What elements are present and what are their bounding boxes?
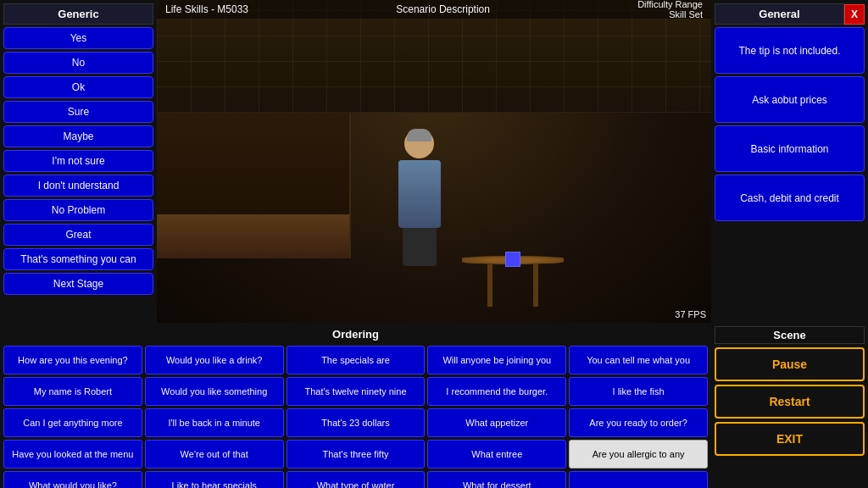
order-btn-21[interactable]: Like to hear specials (145, 471, 284, 488)
order-btn-14[interactable]: Are you ready to order? (569, 408, 708, 437)
sidebar-btn-yes[interactable]: Yes (3, 27, 153, 49)
sidebar-btn-great[interactable]: Great (3, 224, 153, 246)
order-btn-18[interactable]: What entree (427, 440, 566, 469)
order-btn-16[interactable]: We're out of that (145, 440, 284, 469)
right-btn-basic-information[interactable]: Basic information (715, 125, 865, 172)
ordering-panel: Ordering How are you this evening?Would … (0, 323, 711, 488)
right-btn-ask-aobut-prices[interactable]: Ask aobut prices (715, 76, 865, 123)
order-btn-23[interactable]: What for dessert (427, 471, 566, 488)
order-btn-22[interactable]: What type of water (287, 471, 426, 488)
ordering-title: Ordering (3, 326, 708, 342)
order-btn-0[interactable]: How are you this evening? (3, 346, 142, 374)
sidebar-btn-i-m-not-sure[interactable]: I'm not sure (3, 150, 153, 172)
sidebar-btn-no-problem[interactable]: No Problem (3, 199, 153, 221)
order-btn-3[interactable]: Will anyone be joining you (427, 346, 566, 374)
right-btn-the-tip-is-not-included-[interactable]: The tip is not included. (715, 27, 865, 74)
ordering-grid: How are you this evening?Would you like … (3, 346, 708, 488)
scene-panel: Scene Pause Restart EXIT (711, 323, 868, 488)
difficulty-range-label: Difficulty RangeSkill Set (637, 0, 703, 19)
scene-title: Scene (715, 326, 865, 344)
close-button[interactable]: X (844, 4, 865, 25)
sidebar-btn-maybe[interactable]: Maybe (3, 125, 153, 147)
order-btn-5[interactable]: My name is Robert (3, 377, 142, 406)
scene-viewport: Life Skills - M5033 Scenario Description… (157, 0, 711, 323)
life-skills-label: Life Skills - M5033 (165, 3, 248, 15)
sidebar-btn-that-s-something-you-can[interactable]: That's something you can (3, 248, 153, 270)
order-btn-10[interactable]: Can I get anything more (3, 408, 142, 437)
generic-title: Generic (3, 3, 153, 25)
sidebar-btn-ok[interactable]: Ok (3, 76, 153, 98)
order-btn-24 (569, 471, 708, 488)
pause-button[interactable]: Pause (715, 347, 865, 381)
restart-button[interactable]: Restart (715, 385, 865, 419)
order-btn-4[interactable]: You can tell me what you (569, 346, 708, 374)
exit-button[interactable]: EXIT (715, 422, 865, 456)
order-btn-12[interactable]: That's 23 dollars (287, 408, 426, 437)
sidebar-btn-sure[interactable]: Sure (3, 101, 153, 123)
left-sidebar: Generic YesNoOkSureMaybeI'm not sureI do… (0, 0, 157, 323)
bottom-section: Ordering How are you this evening?Would … (0, 323, 868, 488)
sidebar-btn-i-don-t-understand[interactable]: I don't understand (3, 175, 153, 197)
general-title: General (715, 3, 844, 25)
order-btn-1[interactable]: Would you like a drink? (145, 346, 284, 374)
order-btn-15[interactable]: Have you looked at the menu (3, 440, 142, 469)
fps-counter: 37 FPS (675, 309, 706, 319)
sidebar-btn-next-stage[interactable]: Next Stage (3, 273, 153, 295)
right-sidebar: General X The tip is not included.Ask ao… (711, 0, 868, 323)
right-btn-cash--debit-and-credit[interactable]: Cash, debit and credit (715, 175, 865, 221)
right-sidebar-header: General X (715, 3, 865, 25)
order-btn-8[interactable]: I recommend the burger. (427, 377, 566, 406)
scene-header: Life Skills - M5033 Scenario Description… (157, 0, 711, 19)
order-btn-6[interactable]: Would you like something (145, 377, 284, 406)
order-btn-19[interactable]: Are you allergic to any (569, 440, 708, 469)
order-btn-7[interactable]: That's twelve ninety nine (287, 377, 426, 406)
order-btn-11[interactable]: I'll be back in a minute (145, 408, 284, 437)
order-btn-13[interactable]: What appetizer (427, 408, 566, 437)
order-btn-20[interactable]: What would you like? (3, 471, 142, 488)
order-btn-9[interactable]: I like the fish (569, 377, 708, 406)
table (462, 247, 564, 307)
order-btn-17[interactable]: That's three fifty (287, 440, 426, 469)
table-item (505, 252, 520, 267)
order-btn-2[interactable]: The specials are (287, 346, 426, 374)
sidebar-btn-no[interactable]: No (3, 52, 153, 74)
character (390, 129, 449, 264)
bar-area (157, 113, 351, 258)
scenario-description-label: Scenario Description (396, 3, 490, 15)
